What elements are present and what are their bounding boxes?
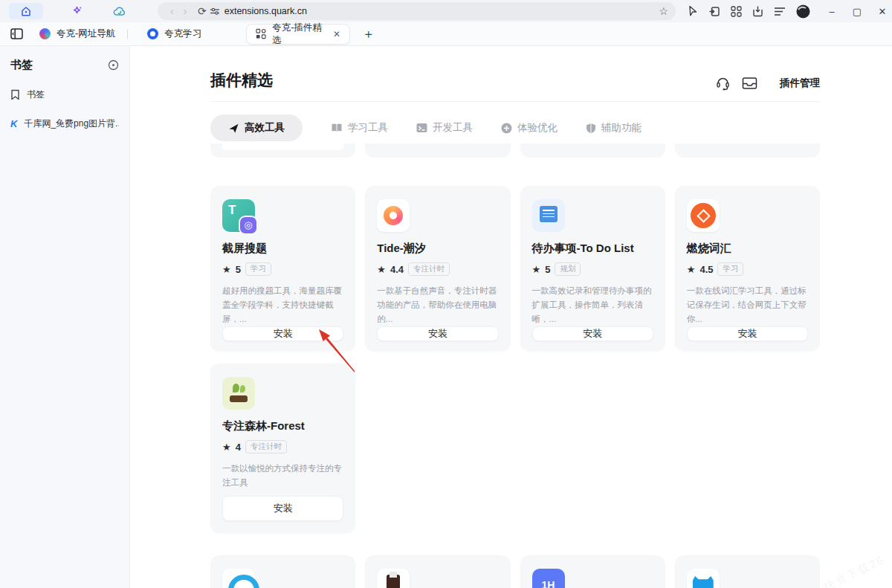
- cursor-icon[interactable]: [688, 5, 698, 17]
- plus-circle-icon: [501, 123, 512, 134]
- add-window-icon[interactable]: [708, 6, 720, 17]
- category-label: 高效工具: [245, 121, 285, 135]
- tab-plugin-featured-active[interactable]: 夸克-插件精选 ✕: [246, 24, 350, 45]
- plugin-description: 一款在线词汇学习工具，通过标记保存生词，结合网页上下文帮你...: [687, 284, 808, 326]
- plugin-card-partial: [675, 555, 820, 588]
- tab-label: 夸克学习: [164, 28, 201, 40]
- category-tab-experience[interactable]: 体验优化: [501, 121, 558, 135]
- avatar[interactable]: [796, 4, 810, 19]
- plugin-icon-forest: [222, 377, 255, 410]
- partial-card-bottom: [365, 143, 510, 158]
- star-icon: ★: [687, 264, 696, 275]
- cloud-icon: [113, 6, 126, 17]
- plugin-icon-quark-o: [222, 569, 255, 588]
- back-icon[interactable]: ‹: [165, 5, 178, 17]
- partial-card-bottom: [520, 143, 665, 158]
- plugin-rating: 5: [545, 264, 550, 275]
- cloud-button[interactable]: [109, 3, 131, 19]
- url-text[interactable]: extensions.quark.cn: [224, 6, 659, 16]
- plugin-icon-ranshao: [687, 199, 720, 232]
- plugin-icon-1h: 1H: [532, 569, 565, 588]
- sidebar-settings-icon[interactable]: [108, 59, 119, 71]
- icon-glyph: T: [228, 203, 236, 218]
- plugin-icon-tide: [377, 199, 410, 232]
- plugin-manage-button[interactable]: 插件管理: [780, 77, 820, 90]
- sidebar-item-bookmarks[interactable]: 书签: [10, 88, 119, 101]
- star-icon: ★: [377, 264, 386, 275]
- plugin-title: 截屏搜题: [222, 242, 343, 256]
- plugin-rating: 4.5: [699, 264, 713, 275]
- plugin-card-截屏搜题: T截屏搜题★5学习超好用的搜题工具，海量题库覆盖全学段学科，支持快捷键截屏，..…: [210, 186, 355, 351]
- plugin-title: 专注森林-Forest: [222, 419, 343, 433]
- inbox-icon[interactable]: [742, 77, 757, 90]
- plugin-icon-bottle: [377, 569, 410, 588]
- shield-icon: [586, 123, 596, 134]
- plugin-card-partial: [210, 555, 355, 588]
- plugin-card-专注森林-Forest: 专注森林-Forest★4专注计时一款以愉悦的方式保持专注的专注工具安装: [210, 364, 355, 533]
- bookmarks-sidebar: 书签 书签 K 千库网_免费png图片背...: [0, 46, 130, 588]
- plugin-description: 超好用的搜题工具，海量题库覆盖全学段学科，支持快捷键截屏，...: [222, 284, 343, 326]
- minimize-button[interactable]: –: [827, 6, 837, 17]
- download-icon[interactable]: [752, 5, 763, 17]
- category-tab-dev[interactable]: 开发工具: [416, 121, 473, 135]
- plugin-rating: 4: [236, 442, 241, 453]
- apps-grid-icon[interactable]: [731, 6, 742, 17]
- partial-card-bottom: [675, 143, 820, 158]
- new-tab-button[interactable]: ＋: [362, 25, 375, 42]
- install-button[interactable]: 安装: [222, 496, 343, 521]
- main-content: 插件精选 插件管理 高效工具 学习工具: [130, 46, 892, 588]
- close-button[interactable]: ✕: [877, 6, 888, 17]
- sidebar-toggle-icon[interactable]: [10, 28, 23, 39]
- bookmark-star-icon[interactable]: ☆: [659, 5, 668, 17]
- plugin-icon-todo: [532, 199, 565, 232]
- sidebar-title: 书签: [10, 58, 33, 72]
- forward-icon[interactable]: ›: [178, 5, 192, 17]
- partial-install-button: [222, 143, 343, 150]
- send-icon: [228, 123, 239, 134]
- bookmark-icon: [10, 89, 20, 100]
- install-button[interactable]: 安装: [532, 326, 653, 341]
- category-tab-accessibility[interactable]: 辅助功能: [586, 121, 641, 135]
- tab-label: 夸克-插件精选: [272, 22, 327, 47]
- plugin-tag: 学习: [717, 262, 743, 276]
- menu-icon[interactable]: [774, 7, 786, 16]
- refresh-icon[interactable]: ⟳: [198, 5, 207, 17]
- category-tab-learning[interactable]: 学习工具: [331, 121, 388, 135]
- category-label: 体验优化: [517, 121, 558, 135]
- plugin-description: 一款高效记录和管理待办事项的扩展工具，操作简单，列表清晰，...: [532, 284, 653, 326]
- tune-icon[interactable]: [210, 7, 220, 16]
- maximize-button[interactable]: ▢: [852, 6, 862, 17]
- header-divider: [210, 101, 820, 102]
- install-button[interactable]: 安装: [687, 326, 808, 341]
- category-tab-efficiency[interactable]: 高效工具: [210, 114, 303, 141]
- plugin-card-partial: 1H: [520, 555, 665, 588]
- plugin-meta: ★5规划: [532, 262, 653, 276]
- plugin-cards-row-1: T截屏搜题★5学习超好用的搜题工具，海量题库覆盖全学段学科，支持快捷键截屏，..…: [210, 186, 820, 351]
- plugin-card-燃烧词汇: 燃烧词汇★4.5学习一款在线词汇学习工具，通过标记保存生词，结合网页上下文帮你.…: [675, 186, 820, 351]
- tab-quark-learn[interactable]: 夸克学习: [138, 28, 210, 40]
- sidebar-item-qianku[interactable]: K 千库网_免费png图片背...: [10, 117, 119, 130]
- plugin-tag: 规划: [555, 262, 581, 276]
- address-bar[interactable]: ‹ › ⟳ extensions.quark.cn ☆: [158, 2, 676, 20]
- plugin-meta: ★4.4专注计时: [377, 262, 498, 276]
- headset-icon[interactable]: [716, 76, 730, 91]
- tab-separator: [127, 29, 128, 39]
- close-tab-icon[interactable]: ✕: [333, 29, 340, 39]
- home-icon: [20, 5, 32, 17]
- book-icon: [331, 123, 343, 133]
- plugin-title: 燃烧词汇: [687, 242, 808, 256]
- plugin-icon-cat: [687, 569, 720, 588]
- install-button[interactable]: 安装: [222, 326, 343, 341]
- quark-nav-favicon: [39, 28, 51, 39]
- plugin-tag: 学习: [245, 262, 271, 276]
- pinned-tab-quark-nav[interactable]: 夸克-网址导航: [39, 28, 115, 40]
- plugin-cards-row-2: 专注森林-Forest★4专注计时一款以愉悦的方式保持专注的专注工具安装: [210, 364, 820, 533]
- ai-assistant-button[interactable]: [65, 3, 88, 19]
- install-button[interactable]: 安装: [377, 326, 498, 341]
- star-icon: ★: [532, 264, 541, 275]
- plugin-meta: ★4.5学习: [687, 262, 808, 276]
- pinned-tab-label: 夸克-网址导航: [56, 28, 115, 40]
- home-button[interactable]: [9, 3, 43, 19]
- plugin-cards-row-3: 1H: [210, 555, 820, 588]
- category-label: 开发工具: [433, 121, 473, 135]
